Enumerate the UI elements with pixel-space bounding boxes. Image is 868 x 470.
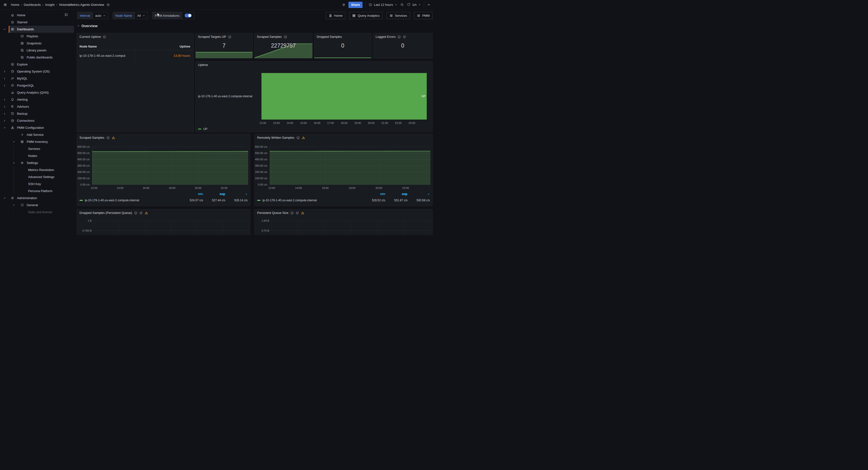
legend-series-label[interactable]: ip-10-178-1-40.us-east-2.compute.interna…	[85, 199, 139, 202]
sidebar-item-advanced-settings[interactable]: Advanced Settings	[0, 173, 76, 180]
panel-header[interactable]: Scraped Samples	[77, 134, 250, 141]
panel-header[interactable]: Uptime	[195, 61, 432, 68]
sidebar-item-home[interactable]: Home	[0, 12, 76, 19]
info-icon[interactable]	[290, 211, 294, 215]
panel-header[interactable]: Current Uptime	[77, 33, 194, 40]
legend-avg-value: 526.14 c/s	[225, 199, 248, 202]
sidebar-item-backup[interactable]: Backup	[0, 110, 76, 117]
warning-icon[interactable]	[301, 211, 304, 215]
warning-icon[interactable]	[145, 211, 148, 215]
collapse-chevron-down-icon[interactable]	[3, 28, 6, 31]
sidebar-item-explore[interactable]: Explore	[0, 61, 76, 68]
variable-value-dropdown[interactable]: All	[135, 12, 148, 19]
sidebar-item-general[interactable]: General	[0, 202, 76, 209]
info-icon[interactable]	[397, 35, 401, 38]
sidebar-item-ssh-key[interactable]: SSH Key	[0, 180, 76, 187]
pmm-annotations-toggle[interactable]	[185, 13, 192, 18]
sidebar-item-pmm-inventory[interactable]: PMM Inventory	[0, 138, 76, 145]
sidebar-item-nodes[interactable]: Nodes	[0, 152, 76, 159]
info-icon[interactable]	[134, 211, 137, 215]
sidebar-item-advisors[interactable]: Advisors	[0, 103, 76, 110]
collapse-header-chevron-up-icon[interactable]	[427, 3, 431, 6]
sidebar-item-connections[interactable]: Connections	[0, 117, 76, 124]
external-link-icon[interactable]	[296, 211, 299, 215]
collapse-chevron-down-icon[interactable]	[12, 140, 16, 143]
dashboard-link-query-analytics[interactable]: Query Analytics	[349, 12, 382, 19]
expand-chevron-right-icon[interactable]	[3, 112, 6, 115]
external-link-icon[interactable]	[403, 35, 406, 38]
sidebar-item-playlists[interactable]: Playlists	[0, 33, 76, 40]
star-dashboard-icon[interactable]	[106, 3, 110, 6]
breadcrumb-item[interactable]: Home	[11, 3, 20, 6]
variable-value-dropdown[interactable]: auto	[93, 12, 108, 19]
legend-sort-avg[interactable]: avg	[408, 192, 430, 196]
legend-max-value: 527.44 c/s	[203, 199, 225, 202]
sidebar-item-operating-system-os[interactable]: Operating System (OS)	[0, 68, 76, 75]
sidebar-item-snapshots[interactable]: Snapshots	[0, 40, 76, 47]
share-button[interactable]: Share	[348, 2, 363, 8]
legend-sort-min[interactable]: min	[363, 192, 385, 196]
expand-chevron-right-icon[interactable]	[3, 77, 6, 80]
legend-min-value: 528.52 c/s	[363, 199, 385, 202]
panel-header[interactable]: Remotely Written Samples	[255, 134, 432, 141]
collapse-chevron-down-icon[interactable]	[12, 204, 16, 207]
expand-chevron-right-icon[interactable]	[3, 70, 6, 73]
variable-interval: Intervalauto	[77, 12, 108, 19]
legend-series-values: 528.52 c/s531.87 c/s530.58 c/s	[363, 199, 430, 202]
collapse-chevron-down-icon[interactable]	[3, 197, 6, 200]
dashboard-settings-gear-icon[interactable]	[342, 3, 346, 6]
sidebar-item-alerting[interactable]: Alerting	[0, 96, 76, 103]
info-icon[interactable]	[297, 136, 300, 140]
expand-chevron-right-icon[interactable]	[3, 98, 6, 101]
panel-header[interactable]: Dropped Samples (Persistent Queue)	[77, 209, 250, 216]
dashboard-link-services[interactable]: Services	[386, 12, 410, 19]
sidebar-item-public-dashboards[interactable]: Public dashboards	[0, 54, 76, 61]
variable-label: Node Name	[113, 12, 135, 19]
sidebar-item-postgresql[interactable]: PostgreSQL	[0, 82, 76, 89]
hamburger-menu-icon[interactable]	[3, 3, 7, 6]
sidebar-item-mysql[interactable]: MySQL	[0, 75, 76, 82]
info-icon[interactable]	[106, 136, 110, 140]
legend-sort-avg[interactable]: avg	[225, 192, 248, 196]
legend-sort-min[interactable]: min	[181, 192, 203, 196]
divider	[365, 2, 366, 7]
sidebar-item-add-service[interactable]: Add Service	[0, 131, 76, 138]
uptime-state-bar[interactable]: UP	[261, 73, 427, 120]
panel-header[interactable]: Logged Errors	[373, 33, 432, 40]
panel-header[interactable]: Persistent Queue Size	[255, 209, 432, 216]
breadcrumb-item[interactable]: Insight	[45, 3, 54, 6]
sidebar-item-stats-and-license[interactable]: Stats and license	[0, 209, 76, 215]
sidebar-item-administration[interactable]: Administration	[0, 195, 76, 202]
warning-icon[interactable]	[112, 136, 115, 140]
sidebar-item-settings[interactable]: Settings	[0, 159, 76, 166]
expand-chevron-right-icon[interactable]	[3, 119, 6, 122]
collapse-chevron-down-icon[interactable]	[12, 161, 16, 165]
sidebar-item-query-analytics-qan[interactable]: Query Analytics (QAN)	[0, 89, 76, 96]
dashboard-link-pmm[interactable]: PMM	[414, 12, 433, 19]
sidebar-item-pmm-configuration[interactable]: PMM Configuration	[0, 124, 76, 131]
zoom-out-icon[interactable]	[400, 3, 404, 6]
expand-chevron-right-icon[interactable]	[3, 105, 6, 108]
sidebar-item-services[interactable]: Services	[0, 145, 76, 152]
column-header-uptime[interactable]: Uptime	[135, 45, 191, 48]
dashboard-link-home[interactable]: Home	[326, 12, 346, 19]
info-icon[interactable]	[103, 35, 106, 38]
sidebar-item-metrics-resolution[interactable]: Metrics Resolution	[0, 166, 76, 173]
legend-series-label[interactable]: ip-10-178-1-40.us-east-2.compute.interna…	[262, 199, 317, 202]
row-overview-toggle[interactable]: Overview	[77, 24, 98, 28]
sidebar-item-dashboards[interactable]: Dashboards	[0, 26, 76, 33]
collapse-chevron-down-icon[interactable]	[3, 126, 6, 129]
external-link-icon[interactable]	[140, 211, 143, 215]
sidebar-item-library-panels[interactable]: Library panels	[0, 47, 76, 54]
refresh-picker[interactable]: 1m	[407, 3, 421, 6]
table-row[interactable]: ip-10-178-1-40.us-east-2.comput 13.80 ho…	[80, 50, 191, 61]
column-header-node-name[interactable]: Node Name	[80, 45, 135, 48]
legend-label[interactable]: UP	[203, 127, 208, 131]
expand-chevron-right-icon[interactable]	[3, 84, 6, 87]
sidebar-item-percona-platform[interactable]: Percona Platform	[0, 187, 76, 195]
time-range-picker[interactable]: Last 12 hours	[369, 3, 397, 6]
warning-icon[interactable]	[302, 136, 305, 140]
sidebar-item-starred[interactable]: Starred	[0, 19, 76, 26]
time-range-label: Last 12 hours	[374, 3, 393, 6]
breadcrumb-item[interactable]: Dashboards	[24, 3, 41, 6]
